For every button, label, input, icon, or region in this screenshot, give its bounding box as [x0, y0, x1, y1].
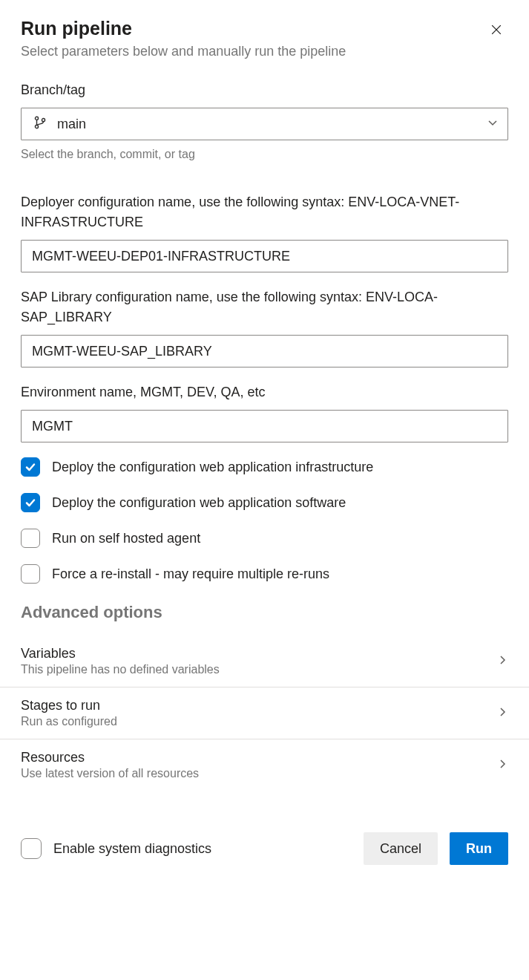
chevron-right-icon [496, 758, 508, 773]
branch-dropdown[interactable]: main [21, 108, 508, 140]
deploy-software-label: Deploy the configuration web application… [52, 495, 346, 511]
advanced-resources-sub: Use latest version of all resources [21, 767, 199, 780]
deploy-software-checkbox[interactable] [21, 493, 40, 512]
chevron-down-icon [487, 117, 499, 131]
library-input[interactable] [21, 335, 508, 368]
page-subtitle: Select parameters below and manually run… [21, 44, 346, 59]
cancel-button[interactable]: Cancel [364, 832, 438, 865]
branch-value: main [57, 117, 487, 132]
page-title: Run pipeline [21, 18, 346, 39]
library-label: SAP Library configuration name, use the … [21, 287, 508, 327]
deploy-infra-checkbox[interactable] [21, 457, 40, 477]
close-icon [489, 28, 504, 39]
advanced-variables-sub: This pipeline has no defined variables [21, 663, 220, 676]
svg-point-4 [42, 119, 45, 122]
deploy-infra-label: Deploy the configuration web application… [52, 460, 373, 475]
chevron-right-icon [496, 654, 508, 669]
diagnostics-label: Enable system diagnostics [53, 841, 211, 857]
advanced-variables[interactable]: Variables This pipeline has no defined v… [0, 636, 529, 687]
svg-point-2 [35, 117, 38, 120]
advanced-variables-title: Variables [21, 646, 220, 662]
env-label: Environment name, MGMT, DEV, QA, etc [21, 382, 508, 402]
advanced-stages-sub: Run as configured [21, 715, 117, 728]
advanced-stages[interactable]: Stages to run Run as configured [0, 687, 529, 739]
advanced-resources-title: Resources [21, 750, 199, 765]
advanced-resources[interactable]: Resources Use latest version of all reso… [0, 739, 529, 791]
diagnostics-checkbox[interactable] [21, 838, 42, 859]
force-reinstall-checkbox[interactable] [21, 564, 40, 584]
svg-point-3 [35, 125, 38, 128]
self-hosted-label: Run on self hosted agent [52, 531, 200, 546]
deployer-label: Deployer configuration name, use the fol… [21, 192, 508, 232]
run-button[interactable]: Run [450, 832, 508, 865]
self-hosted-checkbox[interactable] [21, 529, 40, 548]
force-reinstall-label: Force a re-install - may require multipl… [52, 566, 329, 582]
close-button[interactable] [484, 18, 508, 44]
advanced-options-header: Advanced options [21, 603, 508, 622]
branch-label: Branch/tag [21, 80, 508, 100]
branch-helper: Select the branch, commit, or tag [21, 148, 508, 161]
advanced-stages-title: Stages to run [21, 698, 117, 713]
chevron-right-icon [496, 706, 508, 721]
branch-icon [33, 116, 47, 132]
deployer-input[interactable] [21, 240, 508, 272]
env-input[interactable] [21, 410, 508, 442]
